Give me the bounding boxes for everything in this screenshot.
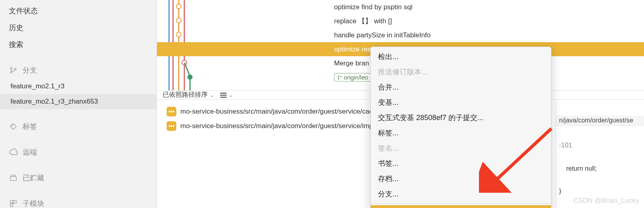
- branch-item-selected[interactable]: feature_mo2.1_r3_zhanx653: [0, 94, 157, 109]
- file-status-badge: •••: [167, 121, 176, 131]
- svg-rect-5: [11, 175, 15, 176]
- svg-point-1: [10, 71, 12, 73]
- file-status-badge: •••: [167, 107, 176, 116]
- svg-rect-4: [10, 177, 17, 181]
- label: 分支: [23, 65, 37, 75]
- remote-branch-chip[interactable]: origin/leo: [334, 73, 372, 82]
- sidebar: 文件状态 历史 搜索 分支 feature_mo2.1_r3 feature_m…: [0, 0, 157, 208]
- branches-header[interactable]: 分支: [0, 62, 157, 79]
- sidebar-item-history[interactable]: 历史: [0, 19, 157, 36]
- menu-archive[interactable]: 存档...: [371, 171, 551, 186]
- remote-header[interactable]: 远端: [0, 144, 157, 161]
- menu-sign: 签名...: [371, 141, 551, 156]
- menu-reset-to-commit[interactable]: 将 feature_mo2.1_r3_zhanx653 重置到这次提交: [371, 205, 551, 208]
- commit-msg: handle partySize in initTableInfo: [334, 31, 431, 39]
- tags-header[interactable]: 标签: [0, 118, 157, 135]
- label: 历史: [9, 23, 23, 33]
- commit-msg: optimize find by psptin sql: [334, 3, 413, 11]
- svg-point-2: [14, 68, 16, 70]
- menu-interactive-rebase[interactable]: 交互式变基 28508ef7 的子提交...: [371, 110, 551, 125]
- label: 远端: [23, 147, 37, 157]
- submodule-icon: [9, 199, 18, 208]
- menu-separator: [371, 203, 551, 204]
- chevron-down-icon: ⌄: [210, 92, 214, 98]
- label: 子模块: [23, 199, 44, 208]
- svg-point-21: [338, 75, 339, 77]
- menu-bookmark[interactable]: 书签...: [371, 156, 551, 171]
- label: 已贮藏: [23, 173, 44, 183]
- diff-file-header: n/java/com/order/guest/se: [556, 116, 644, 126]
- view-mode-dropdown[interactable]: ⌄: [220, 92, 233, 98]
- diff-hunk: -101: [556, 141, 644, 150]
- sort-dropdown[interactable]: 已依照路径排序 ⌄: [163, 91, 214, 99]
- label: 文件状态: [9, 6, 38, 16]
- diff-line: return null;: [556, 165, 644, 172]
- menu-push-revision: 推送修订版本...: [371, 64, 551, 80]
- commit-row[interactable]: replace 【】 with []: [157, 14, 644, 28]
- stash-header[interactable]: 已贮藏: [0, 169, 157, 186]
- svg-point-0: [10, 67, 12, 69]
- sort-label: 已依照路径排序: [163, 91, 208, 99]
- branch-icon: [9, 66, 18, 75]
- cloud-icon: [9, 148, 18, 157]
- commit-msg: replace 【】 with []: [334, 16, 392, 26]
- sidebar-item-search[interactable]: 搜索: [0, 36, 157, 53]
- file-path: mo-service-business/src/main/java/com/or…: [180, 122, 387, 130]
- menu-checkout[interactable]: 检出...: [371, 49, 551, 64]
- branch-icon: [337, 75, 342, 80]
- label: 标签: [23, 122, 37, 131]
- diff-line: }: [556, 188, 644, 195]
- svg-rect-7: [14, 201, 17, 204]
- menu-tag[interactable]: 标签...: [371, 125, 551, 141]
- chevron-down-icon: ⌄: [229, 92, 233, 98]
- chip-label: origin/leo: [344, 74, 368, 81]
- sidebar-item-filestatus[interactable]: 文件状态: [0, 2, 157, 19]
- list-icon: [220, 92, 227, 98]
- menu-rebase[interactable]: 变基...: [371, 95, 551, 110]
- commit-msg: optimize res: [334, 45, 371, 53]
- submodule-header[interactable]: 子模块: [0, 195, 157, 208]
- commit-row[interactable]: handle partySize in initTableInfo: [157, 28, 644, 42]
- tag-icon: [9, 122, 18, 131]
- label: 搜索: [9, 40, 23, 49]
- svg-rect-6: [10, 201, 13, 204]
- menu-branch[interactable]: 分支...: [371, 186, 551, 202]
- commit-row[interactable]: optimize find by psptin sql: [157, 0, 644, 14]
- diff-panel: n/java/com/order/guest/se -101 return nu…: [555, 100, 644, 208]
- branch-item[interactable]: feature_mo2.1_r3: [0, 79, 157, 94]
- context-menu: 检出... 推送修订版本... 合并... 变基... 交互式变基 28508e…: [370, 47, 551, 208]
- watermark: CSDN @Brian_Lucky: [573, 197, 639, 205]
- svg-rect-8: [10, 204, 13, 207]
- svg-point-23: [341, 76, 342, 77]
- file-path: mo-service-business/src/main/java/com/or…: [180, 108, 386, 116]
- svg-point-22: [338, 78, 339, 79]
- commit-msg: Merge bran: [334, 59, 369, 67]
- stash-icon: [9, 173, 18, 182]
- menu-merge[interactable]: 合并...: [371, 80, 551, 95]
